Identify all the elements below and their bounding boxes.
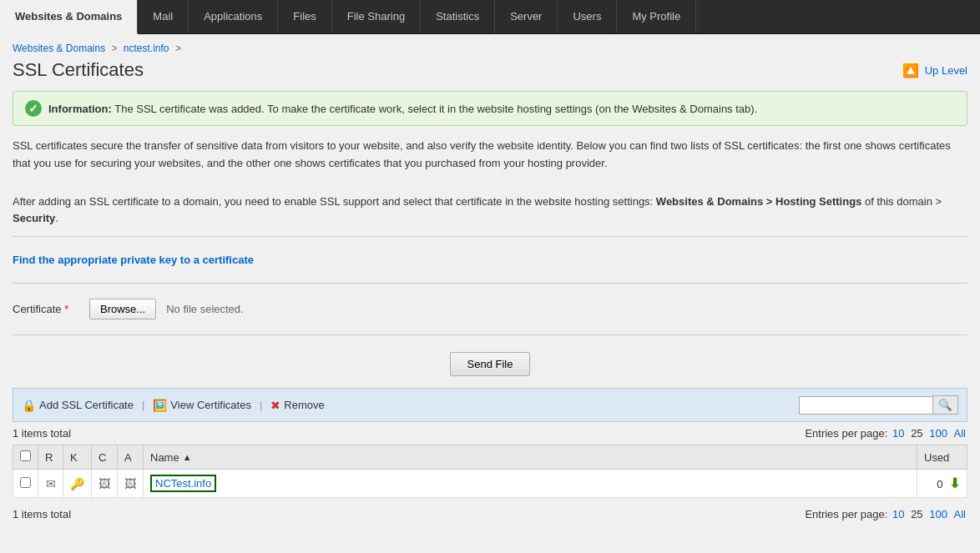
key-icon: 🔑 <box>70 477 84 490</box>
col-header-k: K <box>63 445 92 470</box>
row-checkbox[interactable] <box>20 477 31 488</box>
breadcrumb: Websites & Domains > nctest.info > <box>13 43 967 54</box>
hosting-settings-bold: Hosting Settings <box>775 195 861 208</box>
entries-25-current-bottom: 25 <box>911 508 922 520</box>
certificate-form-row: Certificate * Browse... No file selected… <box>13 292 967 326</box>
remove-icon: ✖ <box>270 399 280 412</box>
row-c-cell: 🖼 <box>92 470 118 498</box>
entries-10-link-bottom[interactable]: 10 <box>892 508 904 520</box>
search-input[interactable] <box>799 396 932 415</box>
find-key-link[interactable]: Find the appropriate private key to a ce… <box>13 254 254 266</box>
top-items-info: 1 items total Entries per page: 10 25 10… <box>13 422 967 445</box>
up-level-link[interactable]: 🔼 Up Level <box>902 63 967 78</box>
row-checkbox-cell <box>13 470 38 498</box>
name-sort: Name ▲ <box>150 451 910 464</box>
row-name-cell: NCTest.info <box>144 470 917 498</box>
send-file-section: Send File <box>13 344 967 388</box>
browse-button[interactable]: Browse... <box>89 299 156 319</box>
col-header-r: R <box>38 445 63 470</box>
add-ssl-label: Add SSL Certificate <box>39 399 134 411</box>
nav-item-mail[interactable]: Mail <box>138 0 189 33</box>
info-icon: ✓ <box>25 100 42 117</box>
used-value: 0 <box>937 478 942 490</box>
nav-item-statistics[interactable]: Statistics <box>421 0 495 33</box>
nav-item-my-profile[interactable]: My Profile <box>617 0 696 33</box>
email-icon: ✉ <box>46 477 56 490</box>
cert-icon: 🖼 <box>99 477 110 490</box>
security-bold: Security <box>13 212 55 224</box>
view-certs-button[interactable]: 🖼️ View Certificates <box>146 399 258 412</box>
description-para2: After adding an SSL certificate to a dom… <box>13 194 967 229</box>
add-ssl-button[interactable]: 🔒 Add SSL Certificate <box>22 399 140 412</box>
top-items-total: 1 items total <box>13 427 71 440</box>
send-file-button[interactable]: Send File <box>450 352 531 376</box>
download-icon[interactable]: ⬇ <box>949 476 960 490</box>
breadcrumb-link-nctest[interactable]: nctest.info <box>124 43 169 54</box>
breadcrumb-separator: > <box>112 43 120 54</box>
search-button[interactable]: 🔍 <box>932 395 958 415</box>
info-box: ✓ Information: The SSL certificate was a… <box>13 91 967 126</box>
remove-button[interactable]: ✖ Remove <box>264 399 331 412</box>
col-header-name[interactable]: Name ▲ <box>144 445 917 470</box>
page-title: SSL Certificates <box>13 59 144 81</box>
entries-label-top: Entries per page: <box>805 427 887 440</box>
remove-label: Remove <box>284 399 324 411</box>
col-header-a: A <box>118 445 144 470</box>
row-k-cell: 🔑 <box>63 470 92 498</box>
entries-label-bottom: Entries per page: <box>805 508 887 520</box>
alt-icon: 🖼 <box>124 477 136 490</box>
entries-100-link-bottom[interactable]: 100 <box>929 508 947 520</box>
certificates-table: R K C A Name ▲ Used ✉ <box>13 445 967 498</box>
info-text-body: The SSL certificate was added. To make t… <box>114 103 757 115</box>
col-header-checkbox <box>13 445 38 470</box>
entries-10-link-top[interactable]: 10 <box>892 427 904 440</box>
row-a-cell: 🖼 <box>118 470 144 498</box>
info-text: Information: The SSL certificate was add… <box>48 103 757 115</box>
breadcrumb-link-websites[interactable]: Websites & Domains <box>13 43 105 54</box>
row-used-cell: 0 ⬇ <box>917 470 967 498</box>
nav-item-websites-domains[interactable]: Websites & Domains <box>0 0 138 34</box>
description-para1: SSL certificates secure the transfer of … <box>13 138 967 173</box>
uplevel-icon: 🔼 <box>902 63 919 78</box>
add-ssl-icon: 🔒 <box>22 399 36 412</box>
bottom-items-total: 1 items total <box>13 508 71 520</box>
cert-name-link[interactable]: NCTest.info <box>150 475 216 492</box>
certificate-label-text: Certificate <box>13 303 62 315</box>
entries-25-current-top: 25 <box>911 427 922 440</box>
required-marker: * <box>64 303 68 315</box>
nav-item-file-sharing[interactable]: File Sharing <box>332 0 421 33</box>
select-all-checkbox[interactable] <box>20 450 31 461</box>
nav-item-users[interactable]: Users <box>558 0 617 33</box>
bottom-entries-per-page: Entries per page: 10 25 100 All <box>805 508 967 520</box>
toolbar: 🔒 Add SSL Certificate | 🖼️ View Certific… <box>13 388 967 422</box>
nav-item-applications[interactable]: Applications <box>189 0 278 33</box>
col-header-used: Used <box>917 445 967 470</box>
top-nav: Websites & DomainsMailApplicationsFilesF… <box>0 0 980 34</box>
top-entries-per-page: Entries per page: 10 25 100 All <box>805 427 967 440</box>
divider2 <box>13 283 967 284</box>
name-col-label: Name <box>150 451 179 464</box>
certificate-label: Certificate * <box>13 303 79 315</box>
row-r-cell: ✉ <box>38 470 63 498</box>
bottom-items-info: 1 items total Entries per page: 10 25 10… <box>13 503 967 525</box>
up-level-label: Up Level <box>925 64 967 77</box>
entries-all-link-bottom[interactable]: All <box>954 508 966 520</box>
breadcrumb-separator2: > <box>175 43 181 54</box>
sort-arrow-up: ▲ <box>183 452 192 462</box>
table-row: ✉ 🔑 🖼 🖼 NCTest.info 0 ⬇ <box>13 470 967 498</box>
info-text-bold: Information: <box>48 103 112 115</box>
no-file-text: No file selected. <box>166 303 244 315</box>
view-certs-label: View Certificates <box>170 399 251 411</box>
toolbar-sep1: | <box>142 399 144 411</box>
toolbar-sep2: | <box>260 399 262 411</box>
view-certs-icon: 🖼️ <box>153 399 167 412</box>
nav-item-server[interactable]: Server <box>495 0 558 33</box>
divider1 <box>13 236 967 237</box>
col-header-c: C <box>92 445 118 470</box>
toolbar-search: 🔍 <box>799 395 958 415</box>
table-header-row: R K C A Name ▲ Used <box>13 445 967 470</box>
entries-100-link-top[interactable]: 100 <box>929 427 947 440</box>
entries-all-link-top[interactable]: All <box>954 427 966 440</box>
nav-item-files[interactable]: Files <box>278 0 331 33</box>
divider3 <box>13 334 967 335</box>
